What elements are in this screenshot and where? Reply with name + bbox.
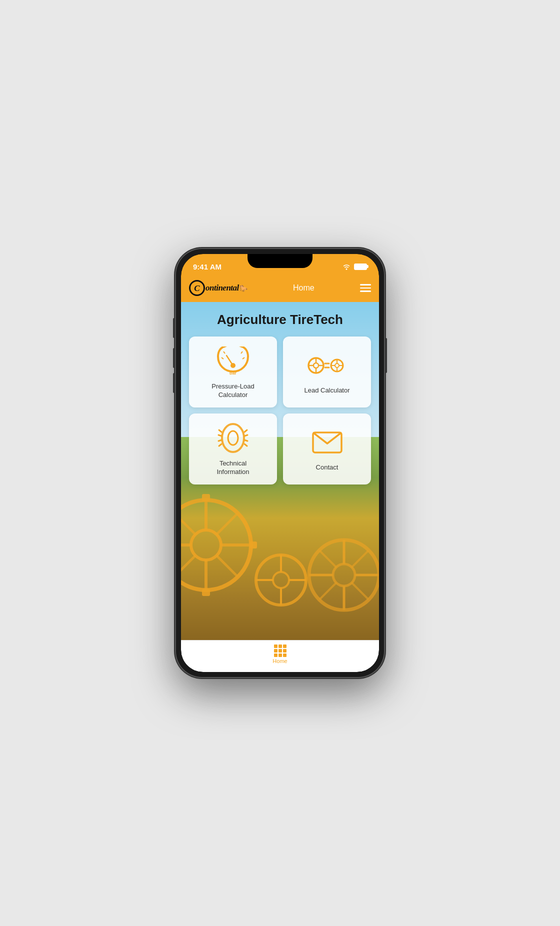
svg-point-51 (222, 424, 244, 452)
status-icons (342, 263, 367, 270)
svg-line-31 (226, 356, 233, 366)
hamburger-line-1 (360, 284, 371, 286)
svg-line-60 (244, 444, 247, 446)
svg-line-53 (219, 430, 222, 432)
pressure-load-label: Pressure-LoadCalculator (212, 382, 254, 400)
content-overlay: Agriculture TireTech (181, 302, 379, 640)
status-time: 9:41 AM (193, 262, 222, 271)
tire-icon (217, 424, 250, 454)
app-title: Agriculture TireTech (189, 312, 371, 328)
svg-line-35 (241, 352, 242, 354)
svg-line-32 (222, 358, 224, 359)
phone-screen: 9:41 AM C ont (181, 254, 379, 672)
battery-icon (354, 264, 367, 270)
nav-title: Home (293, 284, 314, 292)
tab-home-label: Home (272, 658, 287, 664)
hamburger-line-2 (360, 288, 371, 289)
contact-label: Contact (316, 464, 338, 472)
hamburger-line-3 (360, 290, 371, 292)
contact-card[interactable]: Contact (283, 414, 371, 484)
cards-grid: bar Pressure-LoadCalculator (189, 336, 371, 484)
svg-line-54 (218, 435, 222, 436)
continental-logo: C ontinental 🐎 (189, 280, 248, 296)
conti-name: ontinental (206, 283, 239, 293)
tab-home[interactable]: Home (272, 644, 287, 664)
technical-information-label: TechnicalInformation (216, 460, 249, 476)
pressure-load-card[interactable]: bar Pressure-LoadCalculator (189, 336, 277, 408)
nav-header: C ontinental 🐎 Home (181, 276, 379, 302)
wifi-icon (342, 263, 351, 270)
home-grid-icon (274, 644, 286, 657)
svg-line-57 (244, 430, 247, 432)
technical-information-card[interactable]: TechnicalInformation (189, 414, 277, 484)
svg-point-38 (314, 363, 318, 368)
notch (248, 254, 312, 268)
conti-circle-logo: C (189, 280, 205, 296)
phone-inner: 9:41 AM C ont (181, 254, 379, 672)
main-content: Agriculture TireTech (181, 302, 379, 640)
gauge-icon: bar (216, 346, 250, 376)
svg-point-52 (228, 431, 238, 445)
svg-line-33 (224, 352, 225, 354)
conti-horse: 🐎 (240, 284, 248, 292)
phone-frame: 9:41 AM C ont (175, 248, 385, 678)
lead-calculator-label: Lead Calculator (304, 386, 350, 395)
svg-line-34 (242, 358, 244, 359)
svg-point-46 (335, 364, 339, 368)
wheels-equal-icon (307, 350, 347, 380)
envelope-icon (311, 428, 344, 458)
svg-line-56 (219, 444, 222, 446)
svg-line-58 (244, 435, 248, 436)
svg-text:bar: bar (230, 370, 237, 376)
svg-line-55 (218, 440, 222, 441)
svg-line-59 (244, 440, 248, 441)
hamburger-menu[interactable] (360, 284, 371, 292)
tab-bar: Home (181, 640, 379, 672)
lead-calculator-card[interactable]: Lead Calculator (283, 336, 371, 408)
conti-c: C (194, 284, 200, 292)
